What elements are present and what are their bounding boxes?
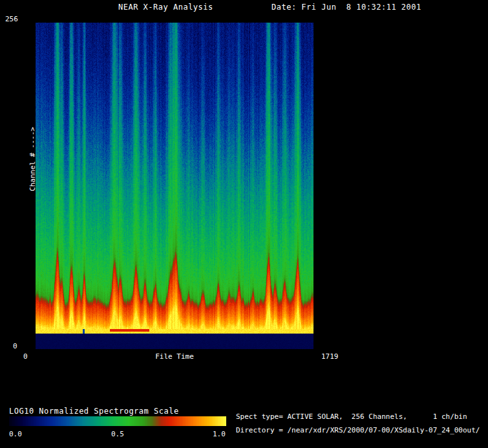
x-axis-title: File Time: [36, 352, 313, 361]
spectrogram-heatmap: [36, 23, 313, 349]
y-axis-min-label: 0: [13, 342, 17, 350]
colorbar-title: LOG10 Normalized Spectrogram Scale: [9, 407, 179, 416]
y-axis-max-label: 256: [5, 15, 18, 23]
page-title: NEAR X-Ray Analysis: [118, 3, 213, 12]
colorbar-tick-0: 0.0: [9, 430, 22, 438]
x-axis-max-label: 1719: [321, 352, 339, 361]
directory-info: Directory = /near/xdr/XRS/2000/07-00/XSd…: [236, 426, 480, 434]
colorbar-tick-1: 0.5: [111, 430, 124, 438]
spect-type-info: Spect type= ACTIVE SOLAR, 256 Channels, …: [236, 412, 467, 421]
colorbar-tick-2: 1.0: [213, 430, 226, 438]
colorbar-gradient: [9, 416, 226, 426]
x-axis-min-label: 0: [23, 352, 28, 361]
xray-analysis-window: NEAR X-Ray Analysis Date: Fri Jun 8 10:3…: [0, 0, 488, 448]
date-label: Date: Fri Jun 8 10:32:11 2001: [271, 3, 421, 12]
